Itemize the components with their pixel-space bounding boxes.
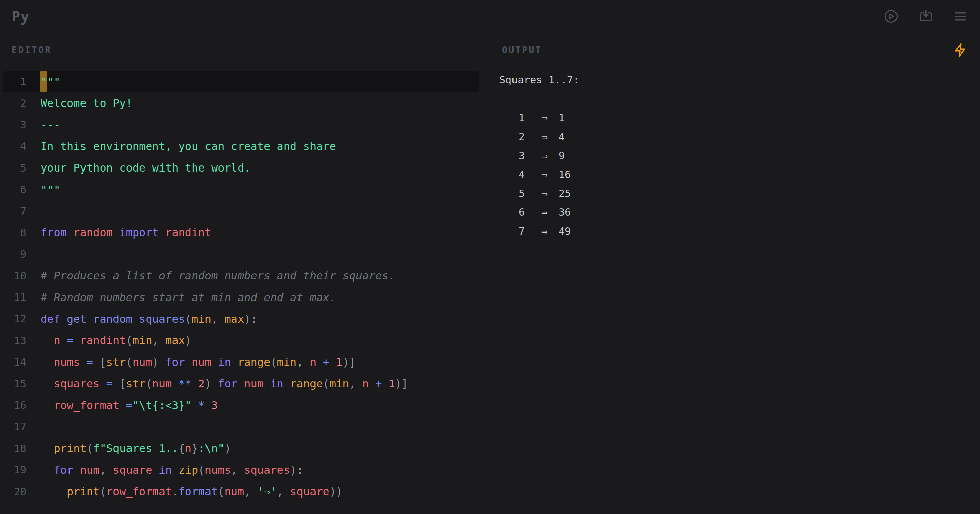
- line-number: 3: [0, 119, 26, 131]
- output-row: 7⇒49: [499, 222, 980, 241]
- code-line[interactable]: 17: [0, 416, 490, 438]
- line-number: 16: [0, 399, 26, 411]
- output-row: 5⇒25: [499, 184, 980, 203]
- code-text: def get_random_squares(min, max):: [41, 313, 257, 325]
- line-number: 7: [0, 205, 26, 217]
- code-text: row_format ="\t{:<3}" * 3: [41, 399, 218, 412]
- line-number: 10: [0, 270, 26, 282]
- output-square: 1: [558, 112, 565, 124]
- code-text: ---: [41, 118, 60, 131]
- main-split: EDITOR 1"""2Welcome to Py!3---4In this e…: [0, 33, 980, 513]
- auto-run-button[interactable]: [953, 43, 968, 57]
- code-line[interactable]: 1""": [0, 71, 490, 92]
- code-text: your Python code with the world.: [41, 161, 251, 174]
- editor-panel: EDITOR 1"""2Welcome to Py!3---4In this e…: [0, 33, 490, 513]
- output-number: 6: [519, 206, 541, 218]
- code-line[interactable]: 15 squares = [str(num ** 2) for num in r…: [0, 373, 490, 394]
- line-number: 4: [0, 140, 26, 152]
- arrow-glyph: ⇒: [541, 206, 558, 218]
- output-row: 6⇒36: [499, 203, 980, 222]
- output-number: 1: [519, 112, 541, 124]
- line-number: 9: [0, 248, 26, 260]
- code-text: n = randint(min, max): [41, 334, 191, 347]
- arrow-glyph: ⇒: [541, 225, 558, 237]
- line-number: 18: [0, 443, 26, 454]
- code-text: """: [41, 75, 60, 88]
- line-number: 20: [0, 486, 26, 498]
- code-text: print(f"Squares 1..{n}:\n"): [41, 442, 231, 455]
- code-lines: 1"""2Welcome to Py!3---4In this environm…: [0, 71, 490, 503]
- code-text: for num, square in zip(nums, squares):: [41, 463, 303, 477]
- editor-header: EDITOR: [0, 33, 490, 67]
- code-text: from random import randint: [41, 226, 211, 239]
- output-title: Squares 1..7:: [499, 70, 980, 89]
- output-square: 36: [558, 206, 571, 218]
- code-line[interactable]: 7: [0, 200, 490, 222]
- export-button[interactable]: [918, 8, 934, 24]
- output-number: 3: [519, 150, 541, 162]
- code-line[interactable]: 8from random import randint: [0, 222, 490, 243]
- line-number: 17: [0, 421, 26, 433]
- code-line[interactable]: 13 n = randint(min, max): [0, 330, 490, 351]
- menu-button[interactable]: [953, 8, 969, 24]
- code-line[interactable]: 3---: [0, 114, 490, 135]
- output-header: OUTPUT: [490, 33, 980, 67]
- output-number: 7: [519, 225, 541, 237]
- code-text: # Produces a list of random numbers and …: [41, 269, 395, 282]
- output-row: 3⇒9: [499, 146, 980, 165]
- line-number: 5: [0, 162, 26, 174]
- output-rows: 1⇒12⇒43⇒94⇒165⇒256⇒367⇒49: [499, 108, 980, 241]
- code-text: # Random numbers start at min and end at…: [41, 291, 336, 304]
- line-number: 8: [0, 227, 26, 239]
- line-number: 15: [0, 378, 26, 390]
- line-number: 19: [0, 464, 26, 476]
- output-area: Squares 1..7: 1⇒12⇒43⇒94⇒165⇒256⇒367⇒49: [490, 67, 980, 513]
- output-panel-title: OUTPUT: [502, 45, 542, 55]
- code-text: print(row_format.format(num, '⇒', square…: [41, 485, 342, 498]
- code-text: squares = [str(num ** 2) for num in rang…: [41, 377, 408, 390]
- code-line[interactable]: 18 print(f"Squares 1..{n}:\n"): [0, 438, 490, 459]
- code-text: """: [41, 183, 60, 196]
- code-line[interactable]: 14 nums = [str(num) for num in range(min…: [0, 351, 490, 373]
- line-number: 13: [0, 335, 26, 346]
- arrow-glyph: ⇒: [541, 112, 558, 124]
- line-number: 12: [0, 313, 26, 325]
- output-square: 4: [558, 131, 565, 143]
- code-line[interactable]: 10# Produces a list of random numbers an…: [0, 265, 490, 287]
- output-row: 1⇒1: [499, 108, 980, 127]
- code-line[interactable]: 19 for num, square in zip(nums, squares)…: [0, 459, 490, 481]
- output-number: 2: [519, 131, 541, 143]
- arrow-glyph: ⇒: [541, 150, 558, 162]
- editor-panel-title: EDITOR: [11, 45, 52, 55]
- code-line[interactable]: 20 print(row_format.format(num, '⇒', squ…: [0, 481, 490, 502]
- code-line[interactable]: 9: [0, 243, 490, 265]
- topbar-actions: [883, 8, 969, 24]
- download-icon: [918, 8, 934, 24]
- code-text: nums = [str(num) for num in range(min, n…: [41, 356, 356, 369]
- code-line[interactable]: 6""": [0, 179, 490, 200]
- arrow-glyph: ⇒: [541, 168, 558, 181]
- code-line[interactable]: 4In this environment, you can create and…: [0, 135, 490, 157]
- app-logo[interactable]: Py: [11, 8, 30, 25]
- line-number: 1: [0, 76, 26, 87]
- code-line[interactable]: 12def get_random_squares(min, max):: [0, 308, 490, 330]
- output-square: 49: [558, 225, 571, 237]
- line-number: 14: [0, 356, 26, 368]
- output-panel: OUTPUT Squares 1..7: 1⇒12⇒43⇒94⇒165⇒256⇒…: [490, 33, 980, 513]
- code-line[interactable]: 2Welcome to Py!: [0, 92, 490, 114]
- arrow-glyph: ⇒: [541, 187, 558, 200]
- line-number: 6: [0, 184, 26, 195]
- output-square: 16: [558, 168, 571, 181]
- code-line[interactable]: 5your Python code with the world.: [0, 157, 490, 179]
- code-line[interactable]: 11# Random numbers start at min and end …: [0, 287, 490, 308]
- output-number: 5: [519, 187, 541, 200]
- code-text: In this environment, you can create and …: [41, 140, 336, 153]
- run-button[interactable]: [883, 8, 899, 24]
- code-line[interactable]: 16 row_format ="\t{:<3}" * 3: [0, 395, 490, 416]
- output-number: 4: [519, 168, 541, 181]
- arrow-glyph: ⇒: [541, 131, 558, 143]
- code-editor[interactable]: 1"""2Welcome to Py!3---4In this environm…: [0, 67, 490, 513]
- output-square: 25: [558, 187, 571, 200]
- topbar: Py: [0, 0, 980, 33]
- output-square: 9: [558, 150, 565, 162]
